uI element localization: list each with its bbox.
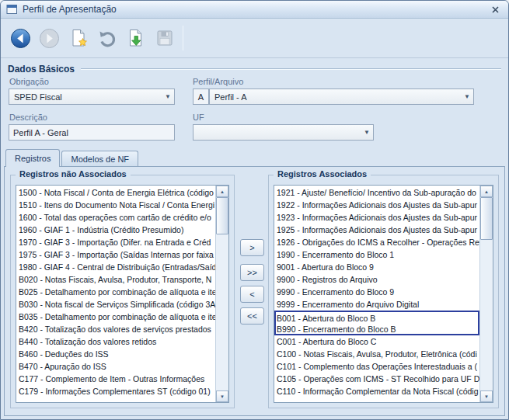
- list-item[interactable]: 1600 - Total das operações com cartão de…: [16, 211, 215, 224]
- list-item[interactable]: 1990 - Encerramento do Bloco 1: [274, 248, 479, 261]
- scroll-thumb[interactable]: [480, 197, 493, 240]
- list-item[interactable]: B025 - Detalhamento por combinação de al…: [16, 286, 215, 298]
- section-rule: [81, 68, 501, 70]
- nav-back-icon: [10, 28, 31, 49]
- dados-basicos-header: Dados Básicos: [8, 64, 501, 75]
- obrigacao-label: Obrigação: [9, 77, 49, 86]
- scroll-track[interactable]: [216, 197, 228, 390]
- obrigacao-combo[interactable]: SPED Fiscal ▼: [9, 89, 175, 105]
- list-item[interactable]: 1926 - Obrigações do ICMS a Recolher - O…: [274, 236, 479, 248]
- list-item[interactable]: 1970 - GIAF 3 - Importação (Difer. na En…: [16, 236, 215, 248]
- toolbar: [1, 19, 508, 58]
- list-item[interactable]: C105 - Operações com ICMS - ST Recolhido…: [274, 373, 479, 385]
- list-item[interactable]: C100 - Notas Fiscais, Avulsa, Produtor, …: [274, 348, 479, 360]
- groupbox-title: Registros não Associados: [16, 169, 131, 179]
- move-all-left-button[interactable]: <<: [240, 307, 264, 325]
- list-item[interactable]: 1980 - GIAF 4 - Central de Distribuição …: [16, 261, 215, 273]
- close-button[interactable]: [487, 3, 503, 16]
- list-item[interactable]: C177 - Complemento de Item - Outras Info…: [16, 373, 215, 385]
- list-item[interactable]: C001 - Abertura do Bloco C: [274, 335, 479, 348]
- list-item[interactable]: 1510 - Itens do Documento Nota Fiscal / …: [16, 199, 215, 211]
- scroll-up-button[interactable]: ▲: [480, 186, 493, 197]
- nav-back-button[interactable]: [8, 25, 33, 51]
- nav-forward-icon: [39, 28, 60, 49]
- toolbar-separator: [183, 26, 183, 50]
- tab-registros[interactable]: Registros: [5, 149, 60, 167]
- scroll-thumb[interactable]: [216, 197, 228, 234]
- uf-combo[interactable]: ▼: [193, 124, 374, 141]
- save-disk-button[interactable]: [152, 25, 177, 51]
- list-item[interactable]: 1500 - Nota Fiscal / Conta de Energia El…: [16, 186, 215, 199]
- uf-label: UF: [193, 113, 204, 122]
- list-associados[interactable]: 1921 - Ajuste/ Benefício/ Incentivo da S…: [274, 186, 479, 402]
- perfil-prefix-input[interactable]: [193, 89, 209, 105]
- scroll-track[interactable]: [480, 197, 493, 390]
- list-item[interactable]: 1925 - Informações Adicionais dos Ajuste…: [274, 224, 479, 236]
- vertical-scrollbar[interactable]: ▲ ▼: [479, 186, 493, 402]
- list-item[interactable]: B470 - Apuração do ISS: [16, 360, 215, 373]
- scroll-down-button[interactable]: ▼: [480, 390, 493, 402]
- list-item[interactable]: 1960 - GIAF 1 - Indústria (Crédito Presu…: [16, 224, 215, 236]
- list-item[interactable]: C101 - Complemento das Operações Interes…: [274, 360, 479, 373]
- move-left-button[interactable]: <: [240, 286, 264, 303]
- undo-button[interactable]: [94, 25, 120, 51]
- list-item[interactable]: B990 - Encerramento do Bloco B: [274, 323, 479, 335]
- list-item[interactable]: 9001 - Abertura do Bloco 9: [274, 261, 479, 273]
- list-item[interactable]: 9990 - Encerramento do Bloco 9: [274, 286, 479, 298]
- perfil-combo[interactable]: Perfil - A ▼: [209, 89, 474, 105]
- move-right-button[interactable]: >: [240, 239, 264, 256]
- listbox-nao-associados[interactable]: 1500 - Nota Fiscal / Conta de Energia El…: [16, 185, 229, 403]
- tab-panel-registros: Registros não Associados 1500 - Nota Fis…: [4, 166, 505, 416]
- list-item[interactable]: 9999 - Encerramento do Arquivo Digital: [274, 298, 479, 311]
- list-item[interactable]: 1921 - Ajuste/ Benefício/ Incentivo da S…: [274, 186, 479, 199]
- list-nao-associados[interactable]: 1500 - Nota Fiscal / Conta de Energia El…: [16, 186, 215, 402]
- obrigacao-value: SPED Fiscal: [14, 92, 162, 102]
- scroll-down-button[interactable]: ▼: [216, 390, 228, 402]
- list-item[interactable]: B440 - Totalização dos valores retidos: [16, 335, 215, 348]
- window-icon: [6, 4, 18, 15]
- list-item[interactable]: 1922 - Informações Adicionais dos Ajuste…: [274, 199, 479, 211]
- list-item[interactable]: 9900 - Registros do Arquivo: [274, 273, 479, 286]
- export-save-button[interactable]: [123, 25, 148, 51]
- new-document-button[interactable]: [65, 25, 91, 51]
- new-document-icon: [68, 28, 89, 48]
- perfil-value: Perfil - A: [214, 92, 461, 102]
- list-item[interactable]: B030 - Nota fiscal de Serviços Simplific…: [16, 298, 215, 311]
- nav-forward-button[interactable]: [37, 25, 62, 51]
- move-all-right-button[interactable]: >>: [240, 264, 264, 281]
- undo-icon: [97, 28, 117, 48]
- descricao-input[interactable]: [9, 124, 175, 141]
- scroll-up-button[interactable]: ▲: [216, 186, 228, 197]
- chevron-down-icon: ▼: [461, 93, 470, 100]
- tabstrip: Registros Modelos de NF: [5, 149, 140, 166]
- save-disk-icon: [155, 28, 175, 48]
- close-icon: [492, 6, 499, 13]
- vertical-scrollbar[interactable]: ▲ ▼: [215, 186, 228, 402]
- tab-modelos-nf[interactable]: Modelos de NF: [61, 151, 138, 166]
- list-item[interactable]: C179 - Informações Complementares ST (có…: [16, 385, 215, 397]
- listbox-associados[interactable]: 1921 - Ajuste/ Benefício/ Incentivo da S…: [274, 185, 493, 403]
- window: Perfil de Apresentação: [0, 0, 509, 420]
- list-item[interactable]: B020 - Notas Fiscais, Avulsa, Produtor, …: [16, 273, 215, 286]
- groupbox-registros-associados: Registros Associados 1921 - Ajuste/ Bene…: [268, 175, 499, 408]
- list-item[interactable]: B420 - Totalização dos valores de serviç…: [16, 323, 215, 335]
- groupbox-registros-nao-associados: Registros não Associados 1500 - Nota Fis…: [10, 175, 235, 408]
- descricao-label: Descrição: [9, 113, 47, 122]
- chevron-down-icon: ▼: [361, 129, 370, 136]
- window-title: Perfil de Apresentação: [23, 4, 117, 15]
- list-item[interactable]: 1923 - Informações Adicionais dos Ajuste…: [274, 211, 479, 224]
- list-item[interactable]: C110 - Informação Complementar da Nota F…: [274, 385, 479, 397]
- list-item[interactable]: B460 - Deduções do ISS: [16, 348, 215, 360]
- chevron-down-icon: ▼: [162, 93, 171, 100]
- titlebar: Perfil de Apresentação: [1, 1, 508, 19]
- list-item[interactable]: B001 - Abertura do Bloco B: [274, 311, 479, 323]
- list-item[interactable]: 1975 - GIAF 3 - Importação (Saídas Inter…: [16, 248, 215, 261]
- groupbox-title: Registros Associados: [274, 169, 371, 179]
- perfil-arquivo-label: Perfil/Arquivo: [193, 77, 243, 86]
- list-item[interactable]: B035 - Detalhamento por combinação de al…: [16, 311, 215, 323]
- section-title: Dados Básicos: [8, 64, 75, 75]
- export-save-icon: [126, 28, 146, 48]
